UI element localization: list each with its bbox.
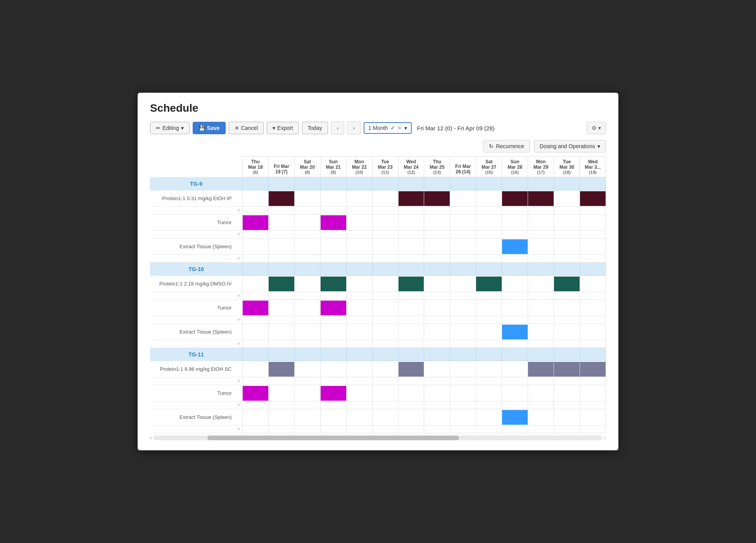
cell-TG-9-0-4[interactable] — [346, 190, 372, 207]
cell-TG-9-1-1[interactable] — [268, 214, 294, 231]
delete-row-btn-TG-10-1[interactable]: ✕ — [235, 316, 243, 324]
cell-TG-9-2-3[interactable] — [320, 239, 346, 255]
cell-TG-11-1-1[interactable] — [268, 385, 294, 401]
cell-TG-11-0-12[interactable] — [554, 361, 580, 377]
export-button[interactable]: ▾ Export — [267, 122, 299, 134]
cell-TG-10-1-10[interactable] — [502, 300, 528, 316]
scroll-left-arrow[interactable]: ‹ — [150, 435, 152, 441]
settings-button[interactable]: ⚙ ▾ — [587, 122, 606, 134]
recurrence-button[interactable]: ↻ Recurrence — [483, 140, 530, 152]
cell-TG-10-1-5[interactable] — [372, 300, 398, 316]
cell-TG-11-2-11[interactable] — [528, 409, 554, 425]
delete-row-btn-TG-9-0[interactable]: ✕ — [235, 207, 243, 214]
cell-TG-11-2-7[interactable] — [424, 409, 450, 425]
cell-TG-9-2-4[interactable] — [346, 239, 372, 255]
scrollbar-thumb[interactable] — [207, 436, 459, 440]
cell-TG-9-2-12[interactable] — [554, 239, 580, 255]
cell-TG-10-2-9[interactable] — [476, 324, 502, 340]
cell-TG-10-0-7[interactable] — [424, 276, 450, 292]
cell-TG-11-2-2[interactable] — [294, 409, 320, 425]
cell-TG-9-1-4[interactable] — [346, 214, 372, 231]
cell-TG-11-2-6[interactable] — [398, 409, 424, 425]
delete-row-btn-TG-9-1[interactable]: ✕ — [235, 231, 243, 239]
cell-TG-11-1-7[interactable] — [424, 385, 450, 401]
cell-TG-10-2-1[interactable] — [268, 324, 294, 340]
cell-TG-10-2-12[interactable] — [554, 324, 580, 340]
cell-TG-9-1-3[interactable] — [320, 214, 346, 231]
cell-TG-9-1-12[interactable] — [554, 214, 580, 231]
cell-TG-9-0-12[interactable] — [554, 190, 580, 207]
cell-TG-9-0-13[interactable] — [580, 190, 606, 207]
cell-TG-10-2-6[interactable] — [398, 324, 424, 340]
cell-TG-11-0-3[interactable] — [320, 361, 346, 377]
cell-TG-11-2-12[interactable] — [554, 409, 580, 425]
cell-TG-11-0-6[interactable] — [398, 361, 424, 377]
cell-TG-10-0-4[interactable] — [346, 276, 372, 292]
cell-TG-9-1-5[interactable] — [372, 214, 398, 231]
cell-TG-11-2-3[interactable] — [320, 409, 346, 425]
cell-TG-11-0-1[interactable] — [268, 361, 294, 377]
cell-TG-9-2-0[interactable] — [243, 239, 269, 255]
cell-TG-9-0-7[interactable] — [424, 190, 450, 207]
cell-TG-11-1-6[interactable] — [398, 385, 424, 401]
cell-TG-10-1-9[interactable] — [476, 300, 502, 316]
cell-TG-11-0-10[interactable] — [502, 361, 528, 377]
cell-TG-11-2-8[interactable] — [450, 409, 476, 425]
cell-TG-9-1-13[interactable] — [580, 214, 606, 231]
cell-TG-9-0-5[interactable] — [372, 190, 398, 207]
cell-TG-9-2-10[interactable] — [502, 239, 528, 255]
cell-TG-9-2-11[interactable] — [528, 239, 554, 255]
prev-button[interactable]: ‹ — [331, 121, 344, 135]
cell-TG-10-0-6[interactable] — [398, 276, 424, 292]
cell-TG-11-2-4[interactable] — [346, 409, 372, 425]
cell-TG-10-2-0[interactable] — [243, 324, 269, 340]
cell-TG-9-2-13[interactable] — [580, 239, 606, 255]
cell-TG-10-1-2[interactable] — [294, 300, 320, 316]
cell-TG-11-0-13[interactable] — [580, 361, 606, 377]
cell-TG-10-0-11[interactable] — [528, 276, 554, 292]
cell-TG-9-0-3[interactable] — [320, 190, 346, 207]
cell-TG-10-2-13[interactable] — [580, 324, 606, 340]
cell-TG-10-1-11[interactable] — [528, 300, 554, 316]
editing-button[interactable]: ✏ Editing ▾ — [150, 122, 190, 134]
cell-TG-10-1-0[interactable] — [243, 300, 269, 316]
cell-TG-11-0-11[interactable] — [528, 361, 554, 377]
cell-TG-11-0-0[interactable] — [243, 361, 269, 377]
cell-TG-9-1-2[interactable] — [294, 214, 320, 231]
cell-TG-11-1-10[interactable] — [502, 385, 528, 401]
scrollbar-track[interactable] — [154, 436, 603, 440]
cell-TG-10-1-13[interactable] — [580, 300, 606, 316]
next-button[interactable]: › — [347, 121, 361, 135]
cancel-button[interactable]: ✕ Cancel — [229, 122, 264, 134]
cell-TG-10-2-3[interactable] — [320, 324, 346, 340]
cell-TG-10-1-4[interactable] — [346, 300, 372, 316]
dosing-button[interactable]: Dosing and Operations ▾ — [534, 140, 606, 152]
today-button[interactable]: Today — [302, 122, 328, 134]
cell-TG-11-1-12[interactable] — [554, 385, 580, 401]
cell-TG-10-1-8[interactable] — [450, 300, 476, 316]
cell-TG-10-0-5[interactable] — [372, 276, 398, 292]
cell-TG-9-1-11[interactable] — [528, 214, 554, 231]
cell-TG-9-2-6[interactable] — [398, 239, 424, 255]
cell-TG-10-0-1[interactable] — [268, 276, 294, 292]
cell-TG-9-1-9[interactable] — [476, 214, 502, 231]
cell-TG-9-2-1[interactable] — [268, 239, 294, 255]
cell-TG-9-0-8[interactable] — [450, 190, 476, 207]
cell-TG-10-1-7[interactable] — [424, 300, 450, 316]
cell-TG-10-0-3[interactable] — [320, 276, 346, 292]
cell-TG-10-1-1[interactable] — [268, 300, 294, 316]
cell-TG-9-0-2[interactable] — [294, 190, 320, 207]
cell-TG-11-2-13[interactable] — [580, 409, 606, 425]
cell-TG-10-0-10[interactable] — [502, 276, 528, 292]
cell-TG-11-2-1[interactable] — [268, 409, 294, 425]
cell-TG-11-1-13[interactable] — [580, 385, 606, 401]
cell-TG-11-1-2[interactable] — [294, 385, 320, 401]
delete-row-btn-TG-11-2[interactable]: ✕ — [235, 425, 243, 433]
cell-TG-10-2-10[interactable] — [502, 324, 528, 340]
cell-TG-10-2-7[interactable] — [424, 324, 450, 340]
month-clear-icon[interactable]: ✕ — [397, 125, 402, 131]
cell-TG-10-0-9[interactable] — [476, 276, 502, 292]
cell-TG-10-0-0[interactable] — [243, 276, 269, 292]
cell-TG-10-1-3[interactable] — [320, 300, 346, 316]
cell-TG-9-2-2[interactable] — [294, 239, 320, 255]
